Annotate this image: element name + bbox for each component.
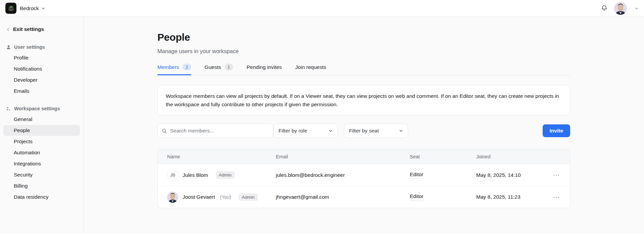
layers-icon xyxy=(7,5,15,12)
column-header-name: Name xyxy=(167,154,276,159)
sidebar-item-developer[interactable]: Developer xyxy=(3,75,80,85)
sidebar-item-integrations[interactable]: Integrations xyxy=(3,158,80,169)
avatar-initials-text: JB xyxy=(170,172,175,178)
member-email: jhngevaert@gmail.com xyxy=(276,194,410,200)
tab-label: Pending invites xyxy=(247,64,282,70)
section-label: User settings xyxy=(14,44,45,50)
members-count-badge: 2 xyxy=(183,64,191,71)
people-group-icon xyxy=(6,106,11,111)
seat-selector[interactable]: Editor xyxy=(410,193,424,201)
chevron-down-icon xyxy=(329,129,333,133)
bedrock-logo[interactable] xyxy=(5,3,16,14)
members-info-box: Workspace members can view all projects … xyxy=(157,85,570,115)
column-header-joined: Joined xyxy=(476,154,546,159)
people-tabs: Members 2 Guests 1 Pending invites Join … xyxy=(157,64,570,75)
avatar-initials: JB xyxy=(167,169,178,181)
filter-role-label: Filter by role xyxy=(279,128,307,134)
sidebar-item-profile[interactable]: Profile xyxy=(3,52,80,63)
member-name-cell: JB Jules Blom Admin xyxy=(167,169,276,181)
member-name-cell: Joost Gevaert (You) Admin xyxy=(167,192,276,203)
sidebar-item-general[interactable]: General xyxy=(3,114,80,125)
tab-pending-invites[interactable]: Pending invites xyxy=(247,64,282,75)
you-indicator: (You) xyxy=(220,194,231,200)
sidebar-item-security[interactable]: Security xyxy=(3,169,80,180)
tab-label: Members xyxy=(157,64,179,70)
exit-settings-label: Exit settings xyxy=(13,26,44,32)
chevron-left-icon xyxy=(6,27,10,32)
member-joined-date: May 8, 2025, 14:10 xyxy=(476,172,546,178)
tab-label: Join requests xyxy=(295,64,326,70)
top-bar: Bedrock xyxy=(0,0,644,17)
row-menu-button[interactable]: ··· xyxy=(553,194,560,200)
member-name: Jules Blom xyxy=(183,172,208,178)
sidebar-item-notifications[interactable]: Notifications xyxy=(3,64,80,74)
tab-label: Guests xyxy=(205,64,221,70)
user-settings-header: User settings xyxy=(3,42,80,52)
row-menu-button[interactable]: ··· xyxy=(553,172,560,178)
member-name: Joost Gevaert xyxy=(183,194,215,200)
main-panel: People Manage users in your workspace Me… xyxy=(84,17,644,234)
account-chevron-down-icon[interactable] xyxy=(635,6,639,10)
search-icon xyxy=(162,128,167,134)
chevron-down-icon xyxy=(399,129,403,133)
admin-badge: Admin xyxy=(216,171,235,179)
page-subtitle: Manage users in your workspace xyxy=(157,48,570,54)
sidebar-item-automation[interactable]: Automation xyxy=(3,147,80,158)
sidebar-item-emails[interactable]: Emails xyxy=(3,86,80,96)
user-settings-section: User settings Profile Notifications Deve… xyxy=(3,42,80,96)
sidebar-item-projects[interactable]: Projects xyxy=(3,136,80,147)
sidebar-item-people[interactable]: People xyxy=(3,125,80,136)
search-members-box xyxy=(157,124,274,138)
member-email: jules.blom@bedrock.engineer xyxy=(276,172,410,178)
seat-selector[interactable]: Editor xyxy=(410,171,424,179)
filter-seat-label: Filter by seat xyxy=(349,128,379,134)
table-row: JB Jules Blom Admin jules.blom@bedrock.e… xyxy=(158,164,570,186)
workspace-name[interactable]: Bedrock xyxy=(20,5,39,11)
table-header-row: Name Email Seat Joined xyxy=(158,149,570,164)
filter-by-seat-select[interactable]: Filter by seat xyxy=(344,124,408,138)
guests-count-badge: 1 xyxy=(225,64,233,71)
settings-sidebar: Exit settings User settings Profile Noti… xyxy=(0,17,84,234)
avatar-photo xyxy=(167,192,178,203)
members-toolbar: Filter by role Filter by seat Invite xyxy=(157,124,570,138)
exit-settings-button[interactable]: Exit settings xyxy=(3,25,80,34)
member-joined-date: May 8, 2025, 11:23 xyxy=(476,194,546,200)
workspace-settings-header: Workspace settings xyxy=(3,104,80,113)
table-row: Joost Gevaert (You) Admin jhngevaert@gma… xyxy=(158,186,570,208)
tab-members[interactable]: Members 2 xyxy=(157,64,191,75)
notifications-bell-icon[interactable] xyxy=(599,4,609,13)
admin-badge: Admin xyxy=(239,193,257,201)
sidebar-item-data-residency[interactable]: Data residency xyxy=(3,192,80,202)
members-table: Name Email Seat Joined JB Jules Blom Adm… xyxy=(157,149,570,208)
column-header-seat: Seat xyxy=(410,154,476,159)
workspace-chevron-down-icon[interactable] xyxy=(41,6,45,10)
sidebar-item-billing[interactable]: Billing xyxy=(3,181,80,191)
user-avatar[interactable] xyxy=(614,2,627,15)
tab-join-requests[interactable]: Join requests xyxy=(295,64,326,75)
invite-button[interactable]: Invite xyxy=(543,124,570,137)
search-members-input[interactable] xyxy=(170,128,269,134)
section-label: Workspace settings xyxy=(14,106,60,111)
filter-by-role-select[interactable]: Filter by role xyxy=(274,124,338,138)
user-icon xyxy=(6,45,11,50)
page-title: People xyxy=(157,32,570,43)
tab-guests[interactable]: Guests 1 xyxy=(205,64,233,75)
column-header-email: Email xyxy=(276,154,410,159)
workspace-settings-section: Workspace settings General People Projec… xyxy=(3,104,80,202)
